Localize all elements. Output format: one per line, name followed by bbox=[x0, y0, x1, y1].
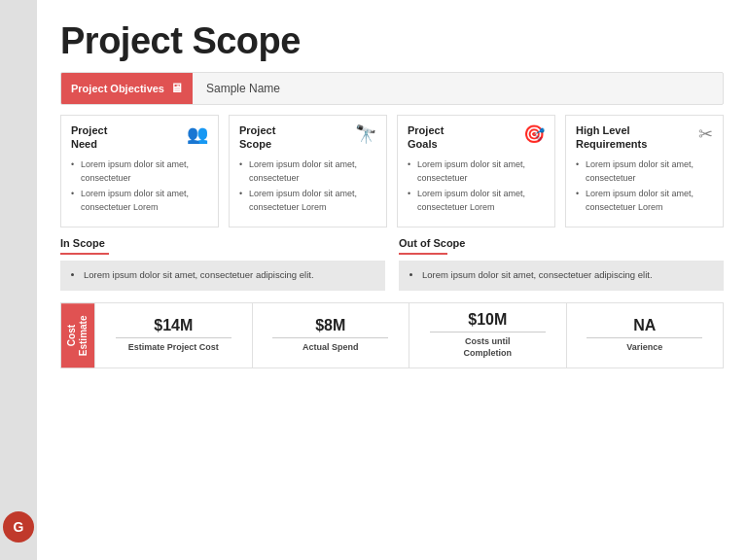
card-header: ProjectScope 🔭 bbox=[239, 123, 376, 152]
cost-desc: Actual Spend bbox=[302, 341, 359, 354]
people-icon: 👥 bbox=[187, 123, 208, 145]
card-header: High LevelRequirements ✂ bbox=[576, 123, 713, 152]
card-header: ProjectNeed 👥 bbox=[71, 123, 208, 152]
cost-estimate-label: CostEstimate bbox=[61, 303, 94, 368]
list-item: Lorem ipsum dolor sit amet, consectetuer bbox=[576, 158, 713, 185]
cost-amount: NA bbox=[633, 317, 656, 334]
cost-desc: Estimate Project Cost bbox=[128, 341, 219, 354]
list-item: Lorem ipsum dolor sit amet, consectetuer bbox=[408, 158, 545, 185]
telescope-icon: 🔭 bbox=[355, 123, 376, 145]
cost-desc: Varience bbox=[626, 341, 662, 354]
in-scope-content: Lorem ipsum dolor sit amet, consectetuer… bbox=[60, 261, 385, 290]
objectives-label: Project Objectives 🖥 bbox=[61, 73, 193, 104]
card-list: Lorem ipsum dolor sit amet, consectetuer… bbox=[408, 158, 545, 214]
card-project-scope: ProjectScope 🔭 Lorem ipsum dolor sit ame… bbox=[229, 115, 387, 228]
cost-divider bbox=[587, 337, 702, 338]
out-of-scope-label: Out of Scope bbox=[399, 237, 724, 249]
cost-amount: $8M bbox=[315, 317, 345, 334]
out-of-scope-underline bbox=[399, 253, 447, 255]
cost-divider bbox=[116, 337, 231, 338]
list-item: Lorem ipsum dolor sit amet, consectetuer bbox=[239, 158, 376, 185]
cost-divider bbox=[430, 332, 546, 332]
list-item: Lorem ipsum dolor sit amet, consectetuer… bbox=[408, 188, 545, 214]
monitor-icon: 🖥 bbox=[170, 81, 183, 95]
list-item: Lorem ipsum dolor sit amet, consectetuer bbox=[71, 158, 208, 185]
list-item: Lorem ipsum dolor sit amet, consectetuer… bbox=[576, 188, 713, 214]
cost-items: $14M Estimate Project Cost $8M Actual Sp… bbox=[94, 303, 723, 368]
in-scope-box: In Scope Lorem ipsum dolor sit amet, con… bbox=[60, 237, 385, 290]
target-icon: 🎯 bbox=[523, 123, 545, 145]
card-title: High LevelRequirements bbox=[576, 123, 647, 152]
out-of-scope-content: Lorem ipsum dolor sit amet, consectetuer… bbox=[399, 261, 724, 290]
card-list: Lorem ipsum dolor sit amet, consectetuer… bbox=[576, 158, 713, 214]
cost-item-variance: NA Varience bbox=[566, 303, 724, 368]
cost-desc: Costs untilCompletion bbox=[464, 335, 513, 360]
cards-row: ProjectNeed 👥 Lorem ipsum dolor sit amet… bbox=[60, 115, 724, 228]
main-content: Project Scope Project Objectives 🖥 Sampl… bbox=[37, 0, 747, 560]
cost-amount: $14M bbox=[154, 317, 193, 334]
card-title: ProjectScope bbox=[239, 123, 275, 152]
card-title: ProjectNeed bbox=[71, 123, 107, 152]
cost-item-estimate: $14M Estimate Project Cost bbox=[94, 303, 252, 368]
list-item: Lorem ipsum dolor sit amet, consectetuer… bbox=[71, 188, 208, 214]
in-scope-label: In Scope bbox=[60, 237, 385, 249]
in-scope-underline bbox=[60, 253, 109, 255]
card-high-level-req: High LevelRequirements ✂ Lorem ipsum dol… bbox=[565, 115, 724, 228]
objectives-row: Project Objectives 🖥 Sample Name bbox=[60, 72, 724, 105]
cost-row: CostEstimate $14M Estimate Project Cost … bbox=[60, 302, 724, 368]
scissors-icon: ✂ bbox=[698, 123, 713, 145]
card-list: Lorem ipsum dolor sit amet, consectetuer… bbox=[71, 158, 208, 214]
avatar: G bbox=[3, 511, 34, 542]
card-header: ProjectGoals 🎯 bbox=[408, 123, 545, 152]
left-bar: G bbox=[0, 0, 37, 560]
card-list: Lorem ipsum dolor sit amet, consectetuer… bbox=[239, 158, 376, 214]
card-title: ProjectGoals bbox=[408, 123, 444, 152]
card-project-need: ProjectNeed 👥 Lorem ipsum dolor sit amet… bbox=[60, 115, 219, 228]
cost-amount: $10M bbox=[468, 311, 507, 329]
card-project-goals: ProjectGoals 🎯 Lorem ipsum dolor sit ame… bbox=[397, 115, 555, 228]
scope-row: In Scope Lorem ipsum dolor sit amet, con… bbox=[60, 237, 724, 290]
cost-item-actual: $8M Actual Spend bbox=[252, 303, 409, 368]
cost-divider bbox=[272, 337, 388, 338]
out-of-scope-box: Out of Scope Lorem ipsum dolor sit amet,… bbox=[399, 237, 724, 290]
cost-item-completion: $10M Costs untilCompletion bbox=[409, 303, 566, 368]
page-title: Project Scope bbox=[60, 21, 724, 62]
objectives-value: Sample Name bbox=[193, 82, 294, 95]
list-item: Lorem ipsum dolor sit amet, consectetuer… bbox=[239, 188, 376, 214]
